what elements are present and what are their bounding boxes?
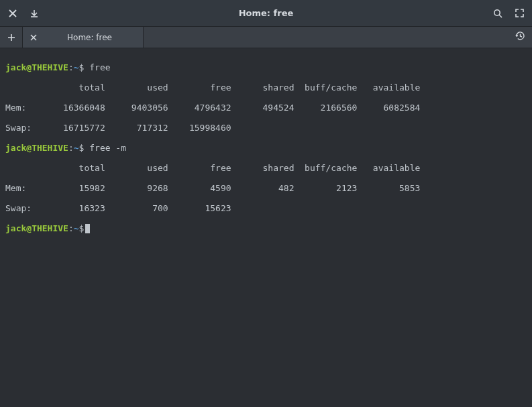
prompt-symbol: $ [79,143,85,153]
search-icon[interactable] [492,7,504,19]
tab-close-icon[interactable] [23,27,44,48]
tab-home-free[interactable]: Home: free [23,27,144,48]
prompt-symbol: $ [79,62,85,72]
prompt-path: ~ [74,143,79,153]
output-header: total used free shared buff/cache availa… [5,163,527,173]
prompt-path: ~ [74,223,79,233]
prompt-path: ~ [74,62,79,72]
output-swap-row: Swap: 16323 700 15623 [5,203,527,213]
prompt-user-host: jack@THEHIVE [5,62,68,72]
window-title: Home: free [67,8,465,18]
terminal-view[interactable]: jack@THEHIVE:~$ free total used free sha… [0,48,532,247]
output-mem-row: Mem: 16366048 9403056 4796432 494524 216… [5,103,527,113]
window-close-icon[interactable] [7,7,19,19]
tab-label: Home: free [44,33,135,42]
output-swap-row: Swap: 16715772 717312 15998460 [5,123,527,133]
prompt-sep: : [68,143,74,153]
prompt-line: jack@THEHIVE:~$ free [5,62,527,72]
command-text: free -m [89,143,126,153]
tabbar-right [509,27,532,48]
prompt-sep: : [68,62,74,72]
window-titlebar: Home: free [0,0,532,27]
prompt-line: jack@THEHIVE:~$ [5,223,527,233]
prompt-user-host: jack@THEHIVE [5,143,68,153]
prompt-symbol: $ [79,223,85,233]
prompt-sep: : [68,223,74,233]
cursor [85,224,90,233]
prompt-user-host: jack@THEHIVE [5,223,68,233]
window-minimize-icon[interactable] [28,7,40,19]
titlebar-left-controls [7,7,67,19]
history-icon[interactable] [515,31,525,44]
new-tab-button[interactable] [0,27,23,48]
output-mem-row: Mem: 15982 9268 4590 482 2123 5853 [5,183,527,193]
prompt-line: jack@THEHIVE:~$ free -m [5,143,527,153]
titlebar-right-controls [465,7,525,19]
output-header: total used free shared buff/cache availa… [5,82,527,93]
command-text: free [89,62,110,72]
svg-point-0 [494,9,500,15]
tab-bar: Home: free [0,27,532,48]
fullscreen-icon[interactable] [513,7,525,19]
